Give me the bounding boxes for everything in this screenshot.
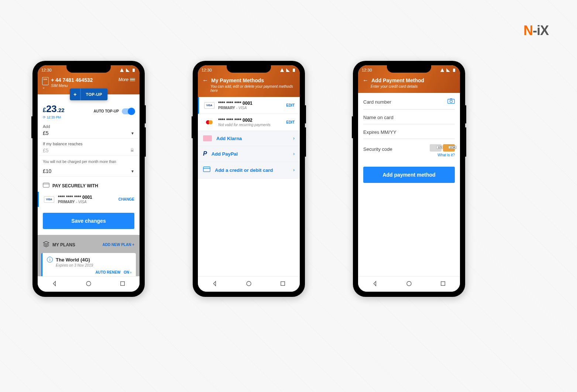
add-new-plan-link[interactable]: ADD NEW PLAN +	[103, 243, 134, 247]
paypal-icon: P	[203, 150, 207, 157]
expires-field[interactable]: Expires MM/YY	[363, 124, 455, 139]
card-number-field[interactable]: Card number	[363, 93, 455, 110]
device-notch	[387, 65, 431, 73]
payment-card-mastercard[interactable]: **** **** **** 0002 Not valid for recurr…	[198, 114, 300, 131]
add-credit-card-item[interactable]: Add a credit or debit card ›	[198, 162, 300, 178]
status-time: 12:30	[202, 68, 212, 72]
status-icons	[280, 68, 296, 72]
page-subtitle: Enter your credit card details	[371, 84, 456, 89]
nav-recent-button[interactable]	[279, 280, 286, 288]
payment-card-row[interactable]: VISA **** **** **** 0001 PRIMARY - VISA …	[38, 192, 140, 207]
security-code-field[interactable]: Security code 123 1234 What is it?	[363, 139, 455, 161]
back-arrow-icon[interactable]: ←	[363, 77, 368, 84]
payment-card-visa[interactable]: VISA **** **** **** 0001 PRIMARY - VISA …	[198, 97, 300, 114]
add-amount-field[interactable]: Add £5 ▼	[38, 121, 140, 139]
back-arrow-icon[interactable]: ←	[202, 77, 208, 84]
svg-rect-3	[121, 281, 125, 285]
name-on-card-field[interactable]: Name on card	[363, 110, 455, 124]
save-changes-button[interactable]: Save changes	[43, 213, 134, 229]
svg-point-11	[407, 281, 411, 286]
chevron-right-icon: ›	[293, 136, 295, 141]
topup-button[interactable]: + TOP-UP	[70, 89, 107, 100]
android-navbar	[198, 276, 300, 292]
klarna-icon	[203, 135, 212, 141]
card-note: Not valid for recurring payments	[218, 123, 282, 127]
balance-refreshed[interactable]: ⟳ 12:35 PM	[43, 115, 65, 119]
plan-name: The World (4G)	[56, 257, 90, 263]
field-label: If my balance reaches	[43, 142, 134, 146]
more-menu[interactable]: More	[119, 77, 135, 82]
svg-rect-9	[448, 99, 454, 104]
auto-renew-label: AUTO RENEW	[95, 270, 120, 274]
add-klarna-item[interactable]: Add Klarna ›	[198, 131, 300, 146]
status-icons	[120, 68, 136, 72]
svg-point-2	[86, 281, 91, 286]
caret-down-icon: ▼	[131, 131, 134, 135]
nav-home-button[interactable]	[245, 280, 252, 288]
edit-card-link[interactable]: EDIT	[286, 103, 295, 107]
item-label: Add PayPal	[212, 151, 289, 157]
balance-amount: £23.22	[43, 103, 65, 115]
change-card-link[interactable]: CHANGE	[119, 197, 134, 201]
auto-topup-label: AUTO TOP-UP	[93, 109, 119, 113]
phone-mockup-3: 12:30 ← Add Payment Method Enter your cr…	[353, 61, 465, 297]
sim-menu-label[interactable]: SIM Menu	[51, 84, 93, 88]
field-label: Card number	[363, 99, 391, 105]
plan-expires: Expires on 3 Nov 2019	[56, 263, 131, 267]
header-phone-number: + 44 7481 464532	[51, 77, 93, 83]
field-value: £5	[43, 148, 49, 153]
sim-icon[interactable]: ⌄	[42, 77, 49, 89]
caret-down-icon: ▼	[131, 169, 134, 173]
field-label: Expires MM/YY	[363, 129, 396, 135]
field-label: Name on card	[363, 115, 394, 120]
phone-mockup-2: 12:30 ← My Payment Methods You can add, …	[193, 61, 305, 297]
nav-back-button[interactable]	[372, 280, 378, 288]
info-icon[interactable]: i	[47, 257, 53, 263]
add-paypal-item[interactable]: P Add PayPal ›	[198, 146, 300, 162]
plan-card[interactable]: i The World (4G) Expires on 3 Nov 2019 A…	[41, 253, 136, 276]
phone-mockup-1: 12:30 ⌄ + 44 7481 464532 SIM Menu	[32, 61, 145, 297]
cap-note: You will not be charged per month more t…	[38, 156, 140, 164]
page-subtitle: You can add, edit or delete your payment…	[210, 84, 295, 93]
lock-icon	[130, 148, 134, 153]
brand-logo: N-iX	[523, 23, 549, 38]
add-payment-method-button[interactable]: Add payment method	[363, 167, 455, 183]
item-label: Add Klarna	[216, 136, 289, 141]
field-value: £5	[43, 130, 49, 136]
svg-point-10	[450, 100, 453, 103]
cap-field[interactable]: £10 ▼	[38, 164, 140, 177]
svg-point-6	[247, 281, 251, 286]
status-time: 12:30	[362, 68, 372, 72]
field-value: £10	[43, 168, 51, 174]
stack-icon	[43, 241, 49, 249]
svg-rect-4	[293, 69, 295, 72]
page-title: Add Payment Method	[371, 77, 424, 83]
auto-renew-state[interactable]: ON ›	[124, 270, 131, 274]
device-notch	[227, 65, 271, 73]
svg-rect-5	[203, 167, 210, 171]
item-label: Add a credit or debit card	[215, 167, 289, 173]
svg-rect-8	[453, 69, 455, 72]
field-label: Security code	[363, 144, 392, 152]
status-icons	[440, 68, 456, 72]
card-number: **** **** **** 0001	[58, 195, 115, 200]
nav-home-button[interactable]	[85, 280, 92, 288]
security-code-illustration: 123 1234	[430, 144, 455, 152]
nav-recent-button[interactable]	[119, 280, 126, 288]
what-is-it-link[interactable]: What is it?	[430, 153, 455, 157]
svg-rect-1	[43, 183, 49, 187]
my-plans-section: MY PLANS ADD NEW PLAN + i The World (4G)…	[38, 235, 140, 276]
nav-home-button[interactable]	[406, 280, 412, 288]
auto-topup-toggle[interactable]	[122, 108, 134, 114]
nav-back-button[interactable]	[51, 280, 58, 288]
threshold-field: If my balance reaches £5	[38, 139, 140, 156]
visa-icon: VISA	[204, 102, 214, 109]
nav-recent-button[interactable]	[440, 280, 446, 288]
edit-card-link[interactable]: EDIT	[286, 120, 295, 124]
device-notch	[66, 65, 111, 73]
mastercard-icon	[204, 119, 214, 126]
android-navbar	[358, 276, 460, 292]
svg-rect-0	[133, 69, 135, 72]
camera-icon[interactable]	[447, 98, 455, 105]
nav-back-button[interactable]	[212, 280, 218, 288]
